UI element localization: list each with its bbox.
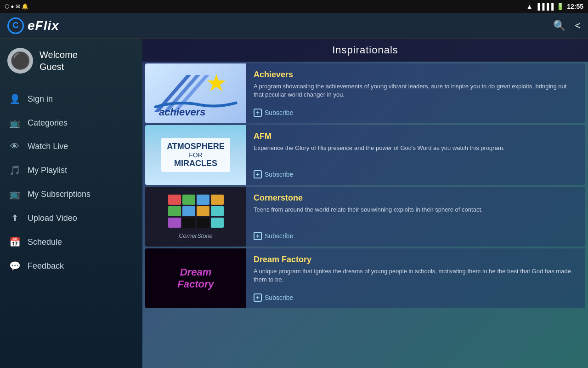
subscribe-plus-icon: + [254,109,262,117]
program-info-achievers: Achievers A program showcasing the achie… [246,63,585,123]
svg-marker-3 [207,74,226,91]
program-info-afm: AFM Experience the Glory of His presence… [246,125,585,185]
program-card-achievers[interactable]: achievers Achievers A program showcasing… [145,63,585,123]
battery-icon: 🔋 [556,3,564,10]
sidebar: ⚫ Welcome Guest 👤 Sign in 📺 Categories 👁… [0,39,142,368]
program-title: AFM [254,132,578,141]
status-bar-left: ⬡ ● ✉ 🔔 [5,3,28,10]
sidebar-item-label: Upload Video [28,213,77,223]
thumbnail-cornerstone: CornerStone [145,187,246,247]
sidebar-item-watch-live[interactable]: 👁 Watch Live [0,135,142,158]
subscribe-plus-icon: + [254,293,262,302]
cornerstone-label: CornerStone [179,232,213,239]
program-desc: A program showcasing the achievements of… [254,82,578,106]
content-header: Inspirationals [142,39,588,62]
subscribe-button-afm[interactable]: + Subscribe [254,170,293,178]
eye-icon: 👁 [9,141,20,152]
status-bar-right: ▲ ▐▐▐▐ 🔋 12:55 [526,3,583,10]
clock: 12:55 [567,3,583,10]
status-bar: ⬡ ● ✉ 🔔 ▲ ▐▐▐▐ 🔋 12:55 [0,0,588,13]
program-info-dream-factory: Dream Factory A unique program that igni… [246,248,585,308]
user-name: Welcome Guest [40,49,78,73]
thumbnail-achievers: achievers [145,63,246,123]
program-desc: Teens from around the world relate their… [254,206,578,229]
program-title: Cornerstone [254,193,578,203]
logo-swoosh: C [7,17,24,34]
sidebar-item-feedback[interactable]: 💬 Feedback [0,254,142,278]
subscribe-plus-icon: + [254,170,262,178]
tv-icon: 📺 [9,117,20,128]
program-card-cornerstone[interactable]: CornerStone Cornerstone Teens from aroun… [145,187,585,247]
main-layout: ⚫ Welcome Guest 👤 Sign in 📺 Categories 👁… [0,39,588,368]
sidebar-item-label: Sign in [28,94,53,104]
share-icon[interactable]: < [575,20,581,32]
app-bar-actions: 🔍 < [553,20,581,32]
subscribe-button-achievers[interactable]: + Subscribe [254,109,293,117]
avatar: ⚫ [7,48,33,74]
sidebar-item-sign-in[interactable]: 👤 Sign in [0,87,142,111]
sidebar-item-categories[interactable]: 📺 Categories [0,111,142,135]
sidebar-item-my-subscriptions[interactable]: 📺 My Subscriptions [0,182,142,206]
sidebar-item-label: Watch Live [28,142,68,151]
thumbnail-dream-factory: DreamFactory [145,248,246,308]
program-card-dream-factory[interactable]: DreamFactory Dream Factory A unique prog… [145,248,585,308]
notification-icons: ⬡ ● ✉ 🔔 [5,3,28,10]
content-area: Inspirationals achievers [142,39,588,368]
svg-text:achievers: achievers [159,106,206,118]
person-icon: 👤 [9,93,20,104]
thumbnail-afm: ATMOSPHERE FOR MIRACLES [145,125,246,185]
logo-text: eFlix [28,18,59,33]
signal-icon: ▐▐▐▐ [536,3,554,10]
program-info-cornerstone: Cornerstone Teens from around the world … [246,187,585,247]
subscribe-button-dream-factory[interactable]: + Subscribe [254,293,293,302]
program-desc: Experience the Glory of His presence and… [254,144,578,167]
cornerstone-grid [168,195,224,228]
program-card-afm[interactable]: ATMOSPHERE FOR MIRACLES AFM Experience t… [145,125,585,185]
program-title: Achievers [254,70,578,80]
wifi-icon: ▲ [526,3,533,10]
calendar-icon: 📅 [9,236,20,247]
avatar-icon: ⚫ [10,51,31,70]
playlist-icon: 🎵 [9,165,20,176]
subscribe-plus-icon: + [254,232,262,240]
sidebar-item-label: Categories [28,118,68,128]
dream-factory-logo-text: DreamFactory [177,266,214,290]
sidebar-item-my-playlist[interactable]: 🎵 My Playlist [0,158,142,182]
program-title: Dream Factory [254,255,578,264]
nav-items: 👤 Sign in 📺 Categories 👁 Watch Live 🎵 My… [0,83,142,368]
sidebar-item-label: Schedule [28,237,62,247]
app-logo: C eFlix [7,17,59,34]
sidebar-item-label: My Subscriptions [28,190,90,199]
user-section: ⚫ Welcome Guest [0,39,142,83]
program-desc: A unique program that ignites the dreams… [254,267,578,291]
app-bar: C eFlix 🔍 < [0,13,588,39]
search-icon[interactable]: 🔍 [553,20,565,32]
upload-icon: ⬆ [9,213,20,224]
sidebar-item-schedule[interactable]: 📅 Schedule [0,230,142,254]
subscriptions-icon: 📺 [9,189,20,200]
sidebar-item-label: Feedback [28,261,64,271]
subscribe-button-cornerstone[interactable]: + Subscribe [254,232,293,240]
sidebar-item-label: My Playlist [28,166,67,175]
sidebar-item-upload-video[interactable]: ⬆ Upload Video [0,206,142,230]
feedback-icon: 💬 [9,260,20,271]
